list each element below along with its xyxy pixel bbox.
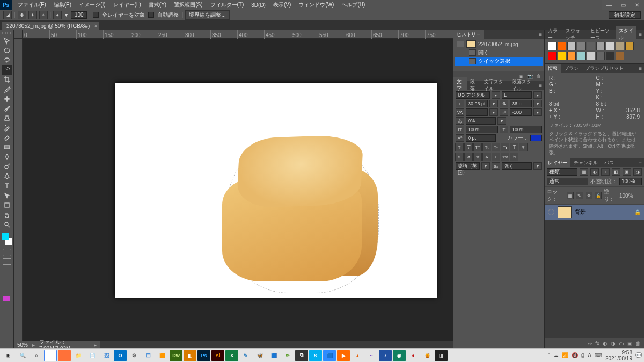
taskbar-app[interactable]: ◉ bbox=[393, 350, 406, 361]
tab-color[interactable]: カラー bbox=[545, 26, 562, 42]
tab-styles[interactable]: スタイル bbox=[616, 26, 636, 42]
notifications-icon[interactable]: 💬 bbox=[635, 352, 642, 358]
opacity-field[interactable]: 100% bbox=[619, 178, 642, 185]
tray-chevron-icon[interactable]: ˄ bbox=[547, 352, 550, 358]
strike-button[interactable]: Ŧ bbox=[519, 143, 528, 151]
layer-name[interactable]: 背景 bbox=[575, 208, 586, 216]
quick-mask-toggle[interactable] bbox=[3, 249, 11, 256]
zoom-readout[interactable]: 50% bbox=[17, 342, 28, 348]
gradient-tool[interactable] bbox=[2, 142, 12, 152]
tab-source[interactable]: ヒビーソース bbox=[587, 26, 616, 42]
quick-select-tool[interactable] bbox=[2, 65, 12, 75]
screen-mode-toggle[interactable] bbox=[3, 258, 11, 265]
blend-mode-field[interactable]: 通常 bbox=[547, 178, 588, 185]
lock-move-icon[interactable]: ✥ bbox=[586, 192, 592, 199]
ot-button[interactable]: A bbox=[482, 153, 491, 161]
tsume-field[interactable]: 0% bbox=[466, 117, 496, 125]
workspace-switcher[interactable]: 初期設定 bbox=[609, 11, 641, 19]
taskbar-app[interactable]: 🟦 bbox=[323, 350, 336, 361]
bold-button[interactable]: T bbox=[455, 143, 464, 151]
mask-icon[interactable]: ◐ bbox=[603, 341, 608, 346]
dropdown-icon[interactable]: ▾ bbox=[481, 162, 490, 170]
taskbar-app[interactable]: 🟧 bbox=[156, 350, 169, 361]
tool-preset-icon[interactable]: ◢ bbox=[3, 11, 12, 19]
filter-smart-icon[interactable]: ▣ bbox=[623, 168, 631, 176]
font-style-field[interactable]: L bbox=[502, 91, 532, 99]
taskbar-app[interactable]: Dw bbox=[170, 350, 182, 361]
stamp-tool[interactable] bbox=[2, 113, 12, 123]
history-source[interactable]: 22073052_m.jpg bbox=[455, 40, 543, 48]
taskbar-app[interactable]: 🗔 bbox=[142, 350, 155, 361]
group-icon[interactable]: 🗀 bbox=[619, 341, 624, 346]
swatch[interactable] bbox=[606, 42, 614, 50]
maximize-button[interactable]: ▭ bbox=[616, 0, 630, 10]
filter-pixel-icon[interactable]: ▦ bbox=[580, 168, 588, 176]
taskbar-app[interactable]: 🔍 bbox=[16, 350, 29, 361]
fx-icon[interactable]: fx bbox=[595, 341, 599, 346]
taskbar-app[interactable]: ♪ bbox=[379, 350, 392, 361]
leading-field[interactable]: 36 pt bbox=[510, 100, 532, 107]
swatch[interactable] bbox=[606, 52, 614, 60]
kerning-field[interactable] bbox=[466, 108, 488, 116]
move-tool[interactable] bbox=[2, 36, 12, 46]
lock-paint-icon[interactable]: ✎ bbox=[576, 192, 583, 199]
refine-edge-button[interactable]: 境界線を調整... bbox=[185, 10, 229, 20]
dropdown-icon[interactable]: ▾ bbox=[489, 108, 498, 116]
menu-help[interactable]: ヘルプ(H) bbox=[338, 0, 369, 10]
taskbar-app[interactable]: 🍯 bbox=[421, 350, 434, 361]
tray-volume-icon[interactable]: 🔇 bbox=[572, 352, 578, 358]
toolbox-grip[interactable] bbox=[2, 32, 12, 34]
subscript-button[interactable]: T₁ bbox=[501, 143, 509, 151]
swatch[interactable] bbox=[558, 42, 566, 50]
taskbar-app[interactable]: ⚙ bbox=[128, 350, 141, 361]
taskbar-app[interactable]: ⧉ bbox=[295, 350, 308, 361]
lock-all-icon[interactable]: 🔒 bbox=[595, 192, 602, 199]
add-selection-icon[interactable]: ✦ bbox=[28, 11, 37, 19]
taskbar-app[interactable]: ~ bbox=[365, 350, 378, 361]
swatch[interactable] bbox=[616, 42, 624, 50]
ot-button[interactable]: ơ bbox=[464, 153, 473, 161]
taskbar-app[interactable]: 📁 bbox=[72, 350, 85, 361]
taskbar-app[interactable]: ● bbox=[407, 350, 420, 361]
filter-toggle[interactable]: ◑ bbox=[633, 168, 642, 176]
font-family-field[interactable]: UD デジタル ... bbox=[456, 91, 490, 99]
clock[interactable]: 9:582021/08/19 bbox=[605, 350, 632, 361]
marquee-tool[interactable] bbox=[2, 46, 12, 55]
brush-tool[interactable] bbox=[2, 104, 12, 113]
tab-swatches[interactable]: スウォッチ bbox=[562, 26, 587, 42]
taskbar-app[interactable]: O bbox=[114, 350, 127, 361]
taskbar-app[interactable]: 🦋 bbox=[253, 350, 266, 361]
panel-menu-icon[interactable]: ≡ bbox=[636, 66, 644, 71]
history-step[interactable]: クイック選択 bbox=[455, 57, 543, 66]
tab-info[interactable]: 情報 bbox=[545, 64, 561, 73]
swatch[interactable] bbox=[616, 52, 624, 60]
panel-menu-icon[interactable]: ≡ bbox=[537, 83, 544, 89]
taskbar-app[interactable]: ⊞ bbox=[2, 350, 15, 361]
zoom-dropdown-icon[interactable]: ▸ bbox=[32, 342, 35, 348]
layer-filter-kind[interactable]: 種類 bbox=[547, 168, 577, 176]
menu-filter[interactable]: フィルター(T) bbox=[207, 0, 248, 10]
smallcaps-button[interactable]: Tt bbox=[482, 143, 491, 151]
taskbar-app[interactable] bbox=[44, 350, 57, 361]
minimize-button[interactable]: — bbox=[602, 0, 616, 10]
taskbar-app[interactable]: ◨ bbox=[435, 350, 448, 361]
tab-paths[interactable]: パス bbox=[601, 158, 617, 168]
swatch[interactable] bbox=[567, 52, 576, 60]
new-selection-icon[interactable]: ✚ bbox=[18, 11, 26, 19]
taskbar-app[interactable]: Ps bbox=[197, 350, 210, 361]
underline-button[interactable]: T bbox=[510, 143, 518, 151]
menu-type[interactable]: 書式(Y) bbox=[145, 0, 170, 10]
ot-button[interactable]: fi bbox=[455, 153, 464, 161]
trash-icon[interactable]: 🗑 bbox=[635, 341, 641, 346]
filter-shape-icon[interactable]: ◧ bbox=[612, 168, 620, 176]
baseline-field[interactable]: 0 pt bbox=[466, 134, 496, 142]
trash-icon[interactable]: 🗑 bbox=[536, 74, 541, 79]
taskbar-app[interactable]: ▴ bbox=[351, 350, 364, 361]
adjustment-icon[interactable]: ◑ bbox=[611, 341, 616, 346]
filter-type-icon[interactable]: T bbox=[601, 168, 610, 176]
document-tab[interactable]: 22073052_m.jpg @ 50% (RGB/8#) × bbox=[2, 22, 99, 30]
dropdown-icon[interactable]: ▾ bbox=[497, 117, 506, 125]
dropdown-icon[interactable]: ▾ bbox=[533, 162, 542, 170]
menu-layer[interactable]: レイヤー(L) bbox=[109, 0, 145, 10]
taskbar-app[interactable]: ▶ bbox=[337, 350, 350, 361]
